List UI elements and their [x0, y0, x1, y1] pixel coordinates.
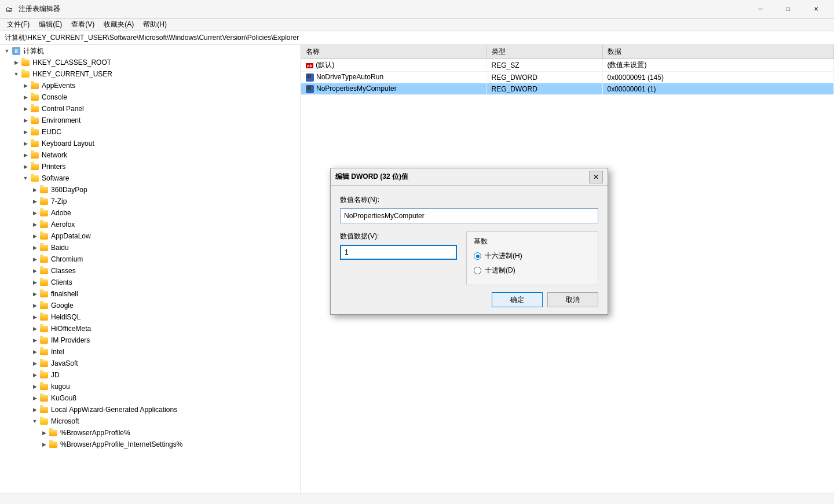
- tree-node-hkcr[interactable]: HKEY_CLASSES_ROOT: [0, 57, 301, 68]
- radio-hex-btn[interactable]: [474, 252, 481, 260]
- expand-kugou[interactable]: [30, 382, 39, 391]
- tree-node-classes[interactable]: Classes: [0, 265, 301, 277]
- expand-browserinternet[interactable]: [39, 440, 49, 449]
- expand-chromium[interactable]: [30, 255, 39, 264]
- expand-classes[interactable]: [30, 266, 39, 275]
- expand-computer[interactable]: [2, 46, 12, 56]
- menu-file[interactable]: 文件(F): [2, 19, 34, 31]
- dialog-cancel-button[interactable]: 取消: [547, 292, 598, 307]
- dialog-close-button[interactable]: ✕: [589, 171, 603, 183]
- radio-dec-btn[interactable]: [474, 267, 481, 274]
- menu-bar: 文件(F) 编辑(E) 查看(V) 收藏夹(A) 帮助(H): [0, 19, 834, 31]
- tree-node-hkcu[interactable]: HKEY_CURRENT_USER: [0, 68, 301, 80]
- dialog-value-input[interactable]: [340, 245, 457, 260]
- tree-node-software[interactable]: Software: [0, 172, 301, 184]
- expand-360daypop[interactable]: [30, 185, 39, 194]
- folder-icon-heidisql: [39, 313, 49, 321]
- tree-node-7zip[interactable]: 7-Zip: [0, 196, 301, 207]
- tree-node-printers[interactable]: Printers: [0, 161, 301, 172]
- tree-node-kugou[interactable]: kugou: [0, 381, 301, 392]
- tree-node-browserinternet[interactable]: %BrowserAppProfile_InternetSettings%: [0, 439, 301, 450]
- expand-aerofox[interactable]: [30, 220, 39, 229]
- tree-node-intel[interactable]: Intel: [0, 346, 301, 358]
- expand-improviders[interactable]: [30, 336, 39, 345]
- tree-panel[interactable]: 🖥 计算机 HKEY_CLASSES_ROOT HKEY_CURRENT_USE…: [0, 45, 301, 494]
- expand-printers[interactable]: [21, 162, 30, 171]
- expand-browserpct[interactable]: [39, 428, 49, 437]
- dialog-name-input[interactable]: [340, 208, 598, 223]
- radio-dec-label[interactable]: 十进制(D): [474, 266, 591, 275]
- tree-node-appevents[interactable]: AppEvents: [0, 80, 301, 91]
- tree-node-appdatalow[interactable]: AppDataLow: [0, 230, 301, 242]
- expand-controlpanel[interactable]: [21, 104, 30, 113]
- tree-node-adobe[interactable]: Adobe: [0, 207, 301, 219]
- tree-node-hiofficemeta[interactable]: HiOfficeMeta: [0, 323, 301, 334]
- tree-node-aerofox[interactable]: Aerofox: [0, 219, 301, 230]
- node-label-computer: 计算机: [23, 46, 44, 56]
- tree-node-controlpanel[interactable]: Control Panel: [0, 103, 301, 115]
- expand-appdatalow[interactable]: [30, 231, 39, 241]
- expand-baidu[interactable]: [30, 243, 39, 252]
- tree-node-baidu[interactable]: Baidu: [0, 242, 301, 253]
- tree-node-jd[interactable]: JD: [0, 369, 301, 381]
- tree-node-microsoft[interactable]: Microsoft: [0, 415, 301, 427]
- expand-finalshell[interactable]: [30, 289, 39, 299]
- expand-appevents[interactable]: [21, 81, 30, 90]
- expand-console[interactable]: [21, 93, 30, 102]
- tree-node-clients[interactable]: Clients: [0, 277, 301, 288]
- tree-node-google[interactable]: Google: [0, 300, 301, 311]
- expand-microsoft[interactable]: [30, 417, 39, 426]
- node-label-browserpct: %BrowserAppProfile%: [60, 429, 130, 437]
- tree-node-network[interactable]: Network: [0, 149, 301, 161]
- menu-help[interactable]: 帮助(H): [138, 19, 171, 31]
- expand-clients[interactable]: [30, 278, 39, 287]
- folder-icon-hkcu: [21, 70, 30, 78]
- tree-node-eudc[interactable]: EUDC: [0, 126, 301, 138]
- tree-node-console[interactable]: Console: [0, 91, 301, 103]
- table-row[interactable]: NoPropertiesMyComputerREG_DWORD0x0000000…: [301, 83, 834, 95]
- tree-node-chromium[interactable]: Chromium: [0, 253, 301, 265]
- tree-node-kugou8[interactable]: KuGou8: [0, 392, 301, 404]
- expand-hiofficemeta[interactable]: [30, 324, 39, 333]
- table-row[interactable]: NoDriveTypeAutoRunREG_DWORD0x00000091 (1…: [301, 72, 834, 83]
- menu-favorites[interactable]: 收藏夹(A): [99, 19, 138, 31]
- menu-edit[interactable]: 编辑(E): [34, 19, 67, 31]
- tree-node-keyboardlayout[interactable]: Keyboard Layout: [0, 138, 301, 149]
- expand-jd[interactable]: [30, 370, 39, 380]
- expand-7zip[interactable]: [30, 197, 39, 206]
- node-label-7zip: 7-Zip: [51, 197, 67, 205]
- tree-node-browserpct[interactable]: %BrowserAppProfile%: [0, 427, 301, 439]
- tree-node-heidisql[interactable]: HeidiSQL: [0, 311, 301, 323]
- expand-keyboardlayout[interactable]: [21, 139, 30, 148]
- expand-google[interactable]: [30, 301, 39, 310]
- expand-environment[interactable]: [21, 116, 30, 125]
- folder-icon-hkcr: [21, 58, 30, 67]
- tree-node-360daypop[interactable]: 360DayPop: [0, 184, 301, 196]
- table-row[interactable]: ab(默认)REG_SZ(数值未设置): [301, 59, 834, 72]
- expand-javasoft[interactable]: [30, 359, 39, 368]
- expand-intel[interactable]: [30, 347, 39, 356]
- radio-hex-label[interactable]: 十六进制(H): [474, 251, 591, 261]
- tree-node-finalshell[interactable]: finalshell: [0, 288, 301, 300]
- expand-hkcr[interactable]: [12, 58, 21, 67]
- maximize-button[interactable]: □: [775, 0, 802, 19]
- tree-node-localappwizard[interactable]: Local AppWizard-Generated Applications: [0, 404, 301, 415]
- dialog-ok-button[interactable]: 确定: [492, 292, 543, 307]
- tree-node-environment[interactable]: Environment: [0, 115, 301, 126]
- tree-node-computer[interactable]: 🖥 计算机: [0, 45, 301, 57]
- expand-software[interactable]: [21, 174, 30, 183]
- expand-heidisql[interactable]: [30, 312, 39, 322]
- minimize-button[interactable]: ─: [747, 0, 774, 19]
- cell-type: REG_DWORD: [487, 72, 602, 83]
- expand-eudc[interactable]: [21, 127, 30, 137]
- expand-adobe[interactable]: [30, 208, 39, 218]
- tree-node-javasoft[interactable]: JavaSoft: [0, 358, 301, 369]
- menu-view[interactable]: 查看(V): [67, 19, 99, 31]
- expand-network[interactable]: [21, 150, 30, 160]
- expand-localappwizard[interactable]: [30, 405, 39, 414]
- expand-kugou8[interactable]: [30, 393, 39, 403]
- edit-dword-dialog[interactable]: 编辑 DWORD (32 位)值 ✕ 数值名称(N): 数值数据(V): 基数 …: [330, 168, 608, 315]
- tree-node-improviders[interactable]: IM Providers: [0, 334, 301, 346]
- close-button[interactable]: ✕: [803, 0, 829, 19]
- expand-hkcu[interactable]: [12, 69, 21, 79]
